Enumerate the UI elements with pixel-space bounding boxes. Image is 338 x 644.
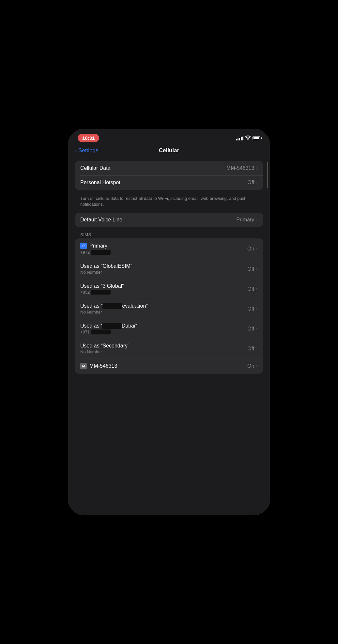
mm546313-value: On (247, 363, 254, 369)
personal-hotspot-label: Personal Hotspot (80, 180, 120, 185)
secondary-sim-number: No Number (80, 349, 129, 354)
sims-section-header: SIMs (75, 230, 263, 238)
evaluation-sim-info: Used as “ evaluation” No Number (80, 303, 148, 314)
evaluation-sim-value: Off (247, 306, 254, 312)
phone-frame: 10:31 (68, 129, 270, 515)
evaluation-sim-value-container: Off › (247, 306, 258, 312)
default-voice-line-value: Primary (236, 217, 254, 223)
dubai-sim-info: Used as ‘ Dubai” +971 (80, 323, 137, 334)
globaleSIM-value: Off (247, 266, 254, 272)
content-area: Cellular Data MM-546313 › Personal Hotsp… (69, 158, 269, 379)
page-title: Cellular (159, 147, 179, 154)
secondary-sim-name: Used as “Secondary” (80, 343, 129, 349)
page-header: ‹ Settings Cellular (69, 145, 269, 158)
primary-sim-info: P Primary +972 (80, 243, 111, 255)
3global-row[interactable]: Used as “3 Global” +852 Off › (75, 279, 263, 299)
dubai-sim-value: Off (247, 326, 254, 332)
sims-group: P Primary +972 On › (75, 238, 263, 374)
globaleSIM-chevron-icon: › (256, 266, 258, 272)
voice-line-chevron-icon: › (256, 217, 258, 222)
dubai-sim-row[interactable]: Used as ‘ Dubai” +971 Off › (75, 319, 263, 339)
primary-sim-badge: P (80, 243, 87, 249)
scrollbar-thumb[interactable] (267, 162, 268, 188)
cellular-data-value-container: MM-546313 › (226, 165, 258, 171)
mm546313-name: M MM-546313 (80, 363, 117, 369)
status-icons (236, 136, 260, 141)
secondary-sim-value: Off (247, 346, 254, 352)
scrollbar-track (267, 155, 268, 508)
primary-sim-chevron-icon: › (256, 246, 258, 251)
globaleSIM-name: Used as “GlobalESIM” (80, 263, 132, 269)
secondary-sim-chevron-icon: › (256, 346, 258, 351)
cellular-data-description: Turn off cellular data to restrict all d… (75, 192, 263, 213)
3global-value-container: Off › (247, 286, 258, 292)
globaleSIM-row[interactable]: Used as “GlobalESIM” No Number Off › (75, 259, 263, 279)
primary-sim-name: P Primary (80, 243, 111, 249)
mm546313-badge: M (80, 363, 87, 369)
cellular-data-value: MM-546313 (226, 165, 254, 171)
mm546313-chevron-icon: › (256, 363, 258, 369)
evaluation-sim-number: No Number (80, 310, 148, 314)
globaleSIM-info: Used as “GlobalESIM” No Number (80, 263, 132, 275)
mm546313-row[interactable]: M MM-546313 On › (75, 359, 263, 374)
dubai-sim-chevron-icon: › (256, 326, 258, 331)
evaluation-sim-chevron-icon: › (256, 306, 258, 312)
evaluation-sim-row[interactable]: Used as “ evaluation” No Number Off › (75, 299, 263, 319)
secondary-sim-value-container: Off › (247, 346, 258, 352)
cellular-data-row[interactable]: Cellular Data MM-546313 › (75, 161, 263, 175)
personal-hotspot-chevron-icon: › (256, 180, 258, 185)
dubai-sim-number: +971 (80, 330, 137, 334)
dubai-sim-value-container: Off › (247, 326, 258, 332)
default-voice-line-label: Default Voice Line (80, 217, 122, 223)
personal-hotspot-value: Off (247, 180, 254, 185)
globaleSIM-value-container: Off › (247, 266, 258, 272)
signal-icon (236, 136, 243, 140)
default-voice-line-row[interactable]: Default Voice Line Primary › (75, 213, 263, 227)
back-label: Settings (78, 147, 98, 154)
3global-value: Off (247, 286, 254, 292)
mm546313-info: M MM-546313 (80, 363, 117, 369)
primary-sim-row[interactable]: P Primary +972 On › (75, 238, 263, 259)
cellular-data-chevron-icon: › (256, 166, 258, 171)
battery-icon (253, 136, 260, 140)
3global-info: Used as “3 Global” +852 (80, 283, 124, 295)
default-voice-line-value-container: Primary › (236, 217, 258, 223)
primary-sim-value: On (247, 246, 254, 252)
3global-name: Used as “3 Global” (80, 283, 124, 289)
evaluation-sim-name: Used as “ evaluation” (80, 303, 148, 309)
cellular-data-label: Cellular Data (80, 165, 110, 171)
back-button[interactable]: ‹ Settings (75, 147, 98, 154)
wifi-icon (245, 136, 251, 141)
personal-hotspot-row[interactable]: Personal Hotspot Off › (75, 175, 263, 190)
secondary-sim-info: Used as “Secondary” No Number (80, 343, 129, 354)
mm546313-value-container: On › (247, 363, 258, 369)
voice-line-group: Default Voice Line Primary › (75, 213, 263, 227)
globaleSIM-number: No Number (80, 270, 132, 275)
back-chevron-icon: ‹ (75, 147, 77, 154)
status-bar: 10:31 (69, 129, 269, 145)
3global-number: +852 (80, 290, 124, 295)
3global-chevron-icon: › (256, 286, 258, 292)
top-settings-group: Cellular Data MM-546313 › Personal Hotsp… (75, 161, 263, 190)
dubai-sim-name: Used as ‘ Dubai” (80, 323, 137, 329)
time-display: 10:31 (78, 134, 99, 142)
secondary-sim-row[interactable]: Used as “Secondary” No Number Off › (75, 339, 263, 359)
screen: 10:31 (69, 129, 269, 515)
personal-hotspot-value-container: Off › (247, 180, 258, 185)
primary-sim-number: +972 (80, 250, 111, 255)
primary-sim-value-container: On › (247, 246, 258, 252)
